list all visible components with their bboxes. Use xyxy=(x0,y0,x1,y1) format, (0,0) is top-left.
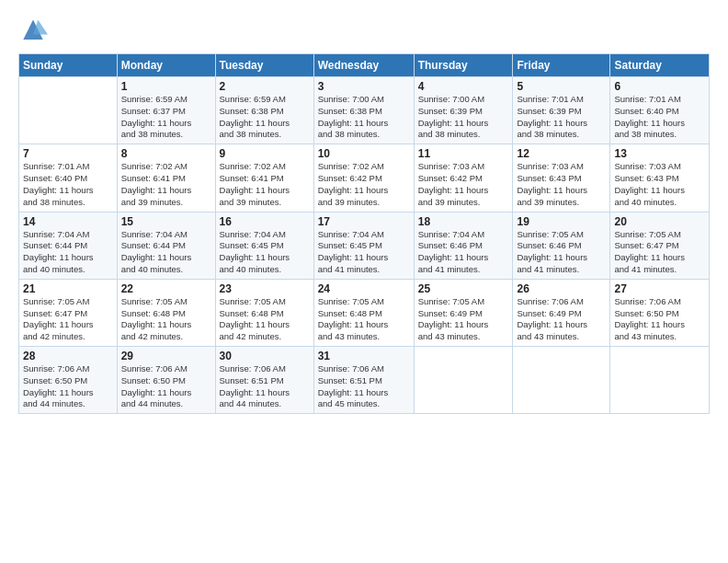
calendar-cell: 8Sunrise: 7:02 AM Sunset: 6:41 PM Daylig… xyxy=(117,144,215,212)
day-number: 12 xyxy=(517,147,606,160)
calendar-cell: 6Sunrise: 7:01 AM Sunset: 6:40 PM Daylig… xyxy=(610,77,710,144)
calendar-cell: 27Sunrise: 7:06 AM Sunset: 6:50 PM Dayli… xyxy=(610,279,710,346)
day-info: Sunrise: 7:05 AM Sunset: 6:48 PM Dayligh… xyxy=(318,296,410,343)
day-number: 14 xyxy=(23,215,113,228)
calendar-cell: 11Sunrise: 7:03 AM Sunset: 6:42 PM Dayli… xyxy=(414,144,513,212)
day-info: Sunrise: 7:02 AM Sunset: 6:41 PM Dayligh… xyxy=(121,161,211,208)
calendar-table: SundayMondayTuesdayWednesdayThursdayFrid… xyxy=(18,53,710,414)
calendar-cell: 18Sunrise: 7:04 AM Sunset: 6:46 PM Dayli… xyxy=(414,212,513,279)
calendar-cell: 13Sunrise: 7:03 AM Sunset: 6:43 PM Dayli… xyxy=(610,144,710,212)
day-number: 24 xyxy=(318,282,410,295)
calendar-body: 1Sunrise: 6:59 AM Sunset: 6:37 PM Daylig… xyxy=(19,77,710,414)
day-number: 22 xyxy=(121,282,211,295)
day-number: 17 xyxy=(318,215,410,228)
header-day-monday: Monday xyxy=(117,54,215,77)
day-info: Sunrise: 7:00 AM Sunset: 6:38 PM Dayligh… xyxy=(318,94,410,141)
day-info: Sunrise: 7:04 AM Sunset: 6:44 PM Dayligh… xyxy=(121,229,211,276)
day-number: 31 xyxy=(318,350,410,362)
day-info: Sunrise: 7:00 AM Sunset: 6:39 PM Dayligh… xyxy=(418,94,509,141)
calendar-cell: 28Sunrise: 7:06 AM Sunset: 6:50 PM Dayli… xyxy=(19,347,118,414)
week-row-4: 28Sunrise: 7:06 AM Sunset: 6:50 PM Dayli… xyxy=(19,347,710,414)
day-number: 13 xyxy=(614,147,705,160)
day-number: 5 xyxy=(517,80,606,93)
calendar-cell xyxy=(513,347,610,414)
day-info: Sunrise: 6:59 AM Sunset: 6:38 PM Dayligh… xyxy=(220,94,310,141)
day-info: Sunrise: 7:05 AM Sunset: 6:47 PM Dayligh… xyxy=(23,296,113,343)
day-number: 28 xyxy=(23,350,113,362)
calendar-cell xyxy=(414,347,513,414)
week-row-0: 1Sunrise: 6:59 AM Sunset: 6:37 PM Daylig… xyxy=(19,77,710,144)
calendar-cell: 16Sunrise: 7:04 AM Sunset: 6:45 PM Dayli… xyxy=(215,212,313,279)
day-info: Sunrise: 7:05 AM Sunset: 6:48 PM Dayligh… xyxy=(220,296,310,343)
header-row xyxy=(18,17,710,46)
calendar-cell: 14Sunrise: 7:04 AM Sunset: 6:44 PM Dayli… xyxy=(19,212,118,279)
day-number: 8 xyxy=(121,147,211,160)
day-info: Sunrise: 7:06 AM Sunset: 6:51 PM Dayligh… xyxy=(220,363,310,410)
header-day-saturday: Saturday xyxy=(610,54,710,77)
calendar-cell: 17Sunrise: 7:04 AM Sunset: 6:45 PM Dayli… xyxy=(313,212,414,279)
day-info: Sunrise: 7:02 AM Sunset: 6:42 PM Dayligh… xyxy=(318,161,410,208)
calendar-cell: 9Sunrise: 7:02 AM Sunset: 6:41 PM Daylig… xyxy=(215,144,313,212)
day-info: Sunrise: 7:03 AM Sunset: 6:42 PM Dayligh… xyxy=(418,161,509,208)
day-info: Sunrise: 7:03 AM Sunset: 6:43 PM Dayligh… xyxy=(614,161,705,208)
calendar-header: SundayMondayTuesdayWednesdayThursdayFrid… xyxy=(19,54,710,77)
week-row-3: 21Sunrise: 7:05 AM Sunset: 6:47 PM Dayli… xyxy=(19,279,710,346)
day-info: Sunrise: 7:03 AM Sunset: 6:43 PM Dayligh… xyxy=(517,161,606,208)
day-number: 18 xyxy=(418,215,509,228)
day-number: 11 xyxy=(418,147,509,160)
day-info: Sunrise: 7:05 AM Sunset: 6:46 PM Dayligh… xyxy=(517,229,606,276)
day-info: Sunrise: 7:05 AM Sunset: 6:48 PM Dayligh… xyxy=(121,296,211,343)
day-info: Sunrise: 7:04 AM Sunset: 6:44 PM Dayligh… xyxy=(23,229,113,276)
day-info: Sunrise: 7:06 AM Sunset: 6:50 PM Dayligh… xyxy=(614,296,705,343)
calendar-cell: 29Sunrise: 7:06 AM Sunset: 6:50 PM Dayli… xyxy=(117,347,215,414)
header-day-sunday: Sunday xyxy=(19,54,118,77)
day-info: Sunrise: 7:04 AM Sunset: 6:45 PM Dayligh… xyxy=(220,229,310,276)
calendar-cell: 30Sunrise: 7:06 AM Sunset: 6:51 PM Dayli… xyxy=(215,347,313,414)
calendar-cell: 23Sunrise: 7:05 AM Sunset: 6:48 PM Dayli… xyxy=(215,279,313,346)
day-number: 20 xyxy=(614,215,705,228)
day-number: 23 xyxy=(220,282,310,295)
calendar-cell: 5Sunrise: 7:01 AM Sunset: 6:39 PM Daylig… xyxy=(513,77,610,144)
calendar-cell: 21Sunrise: 7:05 AM Sunset: 6:47 PM Dayli… xyxy=(19,279,118,346)
header-day-friday: Friday xyxy=(513,54,610,77)
calendar-cell: 24Sunrise: 7:05 AM Sunset: 6:48 PM Dayli… xyxy=(313,279,414,346)
day-info: Sunrise: 7:02 AM Sunset: 6:41 PM Dayligh… xyxy=(220,161,310,208)
calendar-cell: 4Sunrise: 7:00 AM Sunset: 6:39 PM Daylig… xyxy=(414,77,513,144)
day-number: 29 xyxy=(121,350,211,362)
calendar-container: SundayMondayTuesdayWednesdayThursdayFrid… xyxy=(0,0,728,423)
calendar-cell: 7Sunrise: 7:01 AM Sunset: 6:40 PM Daylig… xyxy=(19,144,118,212)
day-info: Sunrise: 7:01 AM Sunset: 6:39 PM Dayligh… xyxy=(517,94,606,141)
day-number: 16 xyxy=(220,215,310,228)
calendar-cell: 1Sunrise: 6:59 AM Sunset: 6:37 PM Daylig… xyxy=(117,77,215,144)
logo xyxy=(18,17,51,46)
calendar-cell: 26Sunrise: 7:06 AM Sunset: 6:49 PM Dayli… xyxy=(513,279,610,346)
day-number: 1 xyxy=(121,80,211,93)
day-info: Sunrise: 7:05 AM Sunset: 6:49 PM Dayligh… xyxy=(418,296,509,343)
day-number: 3 xyxy=(318,80,410,93)
day-number: 6 xyxy=(614,80,705,93)
week-row-1: 7Sunrise: 7:01 AM Sunset: 6:40 PM Daylig… xyxy=(19,144,710,212)
calendar-cell: 25Sunrise: 7:05 AM Sunset: 6:49 PM Dayli… xyxy=(414,279,513,346)
day-number: 21 xyxy=(23,282,113,295)
calendar-cell xyxy=(19,77,118,144)
calendar-cell: 19Sunrise: 7:05 AM Sunset: 6:46 PM Dayli… xyxy=(513,212,610,279)
day-info: Sunrise: 7:06 AM Sunset: 6:49 PM Dayligh… xyxy=(517,296,606,343)
day-info: Sunrise: 7:01 AM Sunset: 6:40 PM Dayligh… xyxy=(23,161,113,208)
logo-icon xyxy=(18,17,48,46)
calendar-cell: 15Sunrise: 7:04 AM Sunset: 6:44 PM Dayli… xyxy=(117,212,215,279)
day-info: Sunrise: 7:06 AM Sunset: 6:51 PM Dayligh… xyxy=(318,363,410,410)
calendar-cell: 20Sunrise: 7:05 AM Sunset: 6:47 PM Dayli… xyxy=(610,212,710,279)
calendar-cell: 2Sunrise: 6:59 AM Sunset: 6:38 PM Daylig… xyxy=(215,77,313,144)
day-number: 10 xyxy=(318,147,410,160)
calendar-cell: 3Sunrise: 7:00 AM Sunset: 6:38 PM Daylig… xyxy=(313,77,414,144)
day-info: Sunrise: 7:04 AM Sunset: 6:45 PM Dayligh… xyxy=(318,229,410,276)
header-day-tuesday: Tuesday xyxy=(215,54,313,77)
header-day-thursday: Thursday xyxy=(414,54,513,77)
day-number: 9 xyxy=(220,147,310,160)
day-info: Sunrise: 6:59 AM Sunset: 6:37 PM Dayligh… xyxy=(121,94,211,141)
day-info: Sunrise: 7:01 AM Sunset: 6:40 PM Dayligh… xyxy=(614,94,705,141)
calendar-cell xyxy=(610,347,710,414)
day-number: 19 xyxy=(517,215,606,228)
day-info: Sunrise: 7:06 AM Sunset: 6:50 PM Dayligh… xyxy=(23,363,113,410)
day-number: 4 xyxy=(418,80,509,93)
